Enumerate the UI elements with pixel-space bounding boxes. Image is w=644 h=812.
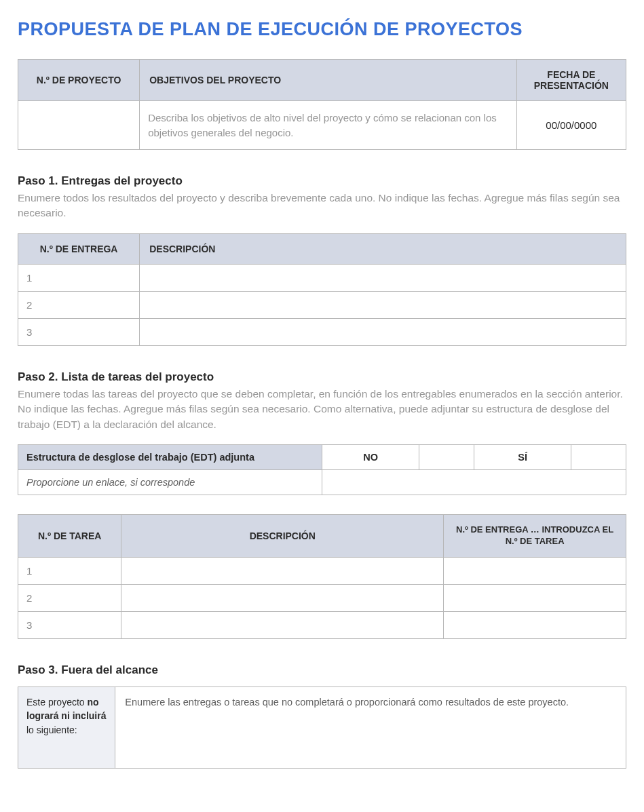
- col-task-deliv: N.º DE ENTREGA … INTRODUZCA EL N.º DE TA…: [444, 515, 626, 558]
- deliverables-table: N.º DE ENTREGA DESCRIPCIÓN 1 2 3: [18, 233, 626, 346]
- edt-attach-table: Estructura de desglose del trabajo (EDT)…: [18, 444, 626, 495]
- task-desc[interactable]: [121, 558, 444, 585]
- oos-label: Este proyecto no logrará ni incluirá lo …: [18, 687, 115, 769]
- step2-title: Paso 2. Lista de tareas del proyecto: [18, 370, 626, 384]
- objectives-cell[interactable]: Describa los objetivos de alto nivel del…: [140, 101, 517, 150]
- task-num[interactable]: 3: [18, 612, 121, 639]
- col-task-desc: DESCRIPCIÓN: [121, 515, 444, 558]
- oos-body[interactable]: Enumere las entregas o tareas que no com…: [115, 687, 626, 769]
- table-row: 3: [18, 318, 626, 345]
- tasks-table: N.º DE TAREA DESCRIPCIÓN N.º DE ENTREGA …: [18, 514, 626, 639]
- step1-title: Paso 1. Entregas del proyecto: [18, 174, 626, 188]
- page-title: PROPUESTA DE PLAN DE EJECUCIÓN DE PROYEC…: [18, 19, 626, 40]
- task-desc[interactable]: [121, 612, 444, 639]
- deliv-desc[interactable]: [140, 318, 626, 345]
- table-row: 3: [18, 612, 626, 639]
- table-row: 2: [18, 585, 626, 612]
- deliv-desc[interactable]: [140, 291, 626, 318]
- task-deliv[interactable]: [444, 558, 626, 585]
- edt-no-value[interactable]: [419, 445, 474, 470]
- step3-title: Paso 3. Fuera del alcance: [18, 663, 626, 677]
- edt-link-value[interactable]: [322, 470, 626, 495]
- table-row: 1: [18, 264, 626, 291]
- deliv-num[interactable]: 2: [18, 291, 140, 318]
- task-num[interactable]: 2: [18, 585, 121, 612]
- table-row: Describa los objetivos de alto nivel del…: [18, 101, 626, 150]
- col-deliv-desc: DESCRIPCIÓN: [140, 233, 626, 264]
- edt-no-label: NO: [322, 445, 419, 470]
- edt-si-value[interactable]: [571, 445, 626, 470]
- edt-link-label: Proporcione un enlace, si corresponde: [18, 470, 322, 495]
- project-header-table: N.º DE PROYECTO OBJETIVOS DEL PROYECTO F…: [18, 59, 626, 150]
- deliv-num[interactable]: 1: [18, 264, 140, 291]
- out-of-scope-table: Este proyecto no logrará ni incluirá lo …: [18, 687, 626, 769]
- table-row: 2: [18, 291, 626, 318]
- deliv-desc[interactable]: [140, 264, 626, 291]
- col-objectives: OBJETIVOS DEL PROYECTO: [140, 60, 517, 101]
- project-no-cell[interactable]: [18, 101, 140, 150]
- edt-si-label: SÍ: [474, 445, 571, 470]
- step2-desc: Enumere todas las tareas del proyecto qu…: [18, 387, 626, 432]
- task-num[interactable]: 1: [18, 558, 121, 585]
- task-desc[interactable]: [121, 585, 444, 612]
- oos-label-post: lo siguiente:: [26, 724, 77, 735]
- oos-label-pre: Este proyecto: [26, 697, 88, 708]
- table-row: 1: [18, 558, 626, 585]
- col-deliv-no: N.º DE ENTREGA: [18, 233, 140, 264]
- task-deliv[interactable]: [444, 585, 626, 612]
- col-date: FECHA DE PRESENTACIÓN: [516, 60, 626, 101]
- col-task-no: N.º DE TAREA: [18, 515, 121, 558]
- task-deliv[interactable]: [444, 612, 626, 639]
- col-project-no: N.º DE PROYECTO: [18, 60, 140, 101]
- date-cell[interactable]: 00/00/0000: [516, 101, 626, 150]
- deliv-num[interactable]: 3: [18, 318, 140, 345]
- edt-label: Estructura de desglose del trabajo (EDT)…: [18, 445, 322, 470]
- step1-desc: Enumere todos los resultados del proyect…: [18, 191, 626, 221]
